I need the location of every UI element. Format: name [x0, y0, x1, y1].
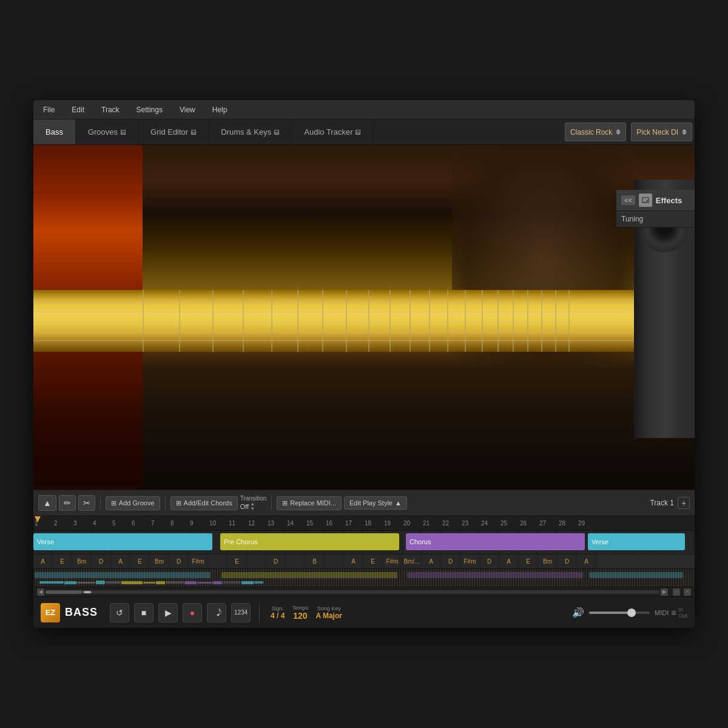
stop-button[interactable]: ■ [134, 603, 153, 622]
fret-line [271, 290, 272, 352]
menu-settings[interactable]: Settings [133, 103, 166, 116]
track-segment[interactable]: Chorus [406, 533, 585, 550]
scrollbar-thumb[interactable] [46, 590, 82, 594]
ruler-number: 24 [481, 520, 500, 527]
tab-grid-editor[interactable]: Grid Editor ⧉ [138, 120, 209, 144]
chord-cell[interactable]: F#m [189, 554, 208, 568]
scroll-left-button[interactable]: ◀ [37, 588, 44, 596]
zoom-out-button[interactable]: − [673, 588, 680, 596]
metronome-button[interactable]: 𝅘𝅥𝅮 [207, 603, 226, 622]
track-segment[interactable]: Verse [33, 533, 212, 550]
chord-cell[interactable]: A [33, 554, 53, 568]
menu-track[interactable]: Track [98, 103, 123, 116]
track-segment[interactable]: Verse [588, 533, 685, 550]
chord-cell[interactable]: A [344, 554, 363, 568]
instrument-preset-selector[interactable]: Pick Neck DI [631, 123, 692, 141]
ez-logo: EZ [41, 603, 60, 622]
fret-line [513, 290, 514, 352]
zoom-buttons: − + [672, 588, 692, 596]
guitar-string [33, 340, 695, 341]
replace-midi-button[interactable]: ⊞ Replace MIDI... [277, 496, 342, 510]
add-edit-chords-button[interactable]: ⊞ Add/Edit Chords [170, 496, 238, 510]
menu-file[interactable]: File [39, 103, 58, 116]
transport-bar: EZ BASS ↺ ■ ▶ ● 𝅘𝅥𝅮 1234 Sign. 4 / 4 Tem… [33, 596, 695, 628]
chord-cell[interactable] [208, 554, 228, 568]
time-signature: Sign. 4 / 4 [271, 605, 285, 620]
chord-cell[interactable] [325, 554, 344, 568]
track-segment[interactable]: Pre Chorus [220, 533, 399, 550]
chord-cell[interactable]: A [111, 554, 130, 568]
chord-cell[interactable]: D [441, 554, 460, 568]
scrollbar-track[interactable] [46, 590, 659, 594]
effects-panel: << Effects Tuning [616, 190, 695, 228]
effects-tuning[interactable]: Tuning [616, 211, 695, 228]
volume-icon[interactable]: 🔊 [572, 607, 584, 618]
add-track-button[interactable]: + [678, 497, 690, 509]
fret-line [179, 290, 180, 352]
tab-grooves[interactable]: Grooves ⧉ [76, 120, 138, 144]
style-preset-selector[interactable]: Classic Rock [565, 123, 626, 141]
chord-cell[interactable] [247, 554, 266, 568]
transition-down-arrow[interactable]: ▼ [250, 507, 255, 511]
time-sig-label: Sign. [271, 605, 284, 612]
add-groove-button[interactable]: ⊞ Add Groove [106, 496, 160, 510]
play-button[interactable]: ▶ [158, 603, 178, 622]
ruler-number: 19 [384, 520, 403, 527]
timeline: 1234567891011121314151617181920212223242… [33, 516, 695, 596]
chord-cell[interactable]: D [92, 554, 111, 568]
volume-slider[interactable] [589, 612, 650, 614]
chord-cell[interactable]: A [577, 554, 596, 568]
chord-cell[interactable]: D [169, 554, 189, 568]
fret-line [410, 290, 411, 352]
chord-cell[interactable]: D [266, 554, 286, 568]
chord-cell[interactable]: E [363, 554, 383, 568]
chord-cell[interactable] [286, 554, 305, 568]
tab-bar: Bass Grooves ⧉ Grid Editor ⧉ Drums & Key… [33, 120, 695, 145]
edit-play-style-button[interactable]: Edit Play Style ▲ [344, 496, 407, 510]
volume-fill [589, 612, 632, 614]
chord-cell[interactable]: Bm [150, 554, 169, 568]
chord-cell[interactable]: E [519, 554, 538, 568]
record-button[interactable]: ● [183, 603, 202, 622]
track-name: Track 1 [650, 499, 674, 507]
add-groove-grid-icon: ⊞ [111, 499, 116, 507]
tab-bass[interactable]: Bass [33, 120, 76, 144]
midi-in-out: In Out [678, 607, 687, 619]
select-tool-button[interactable]: ▲ [38, 495, 56, 511]
ruler-number: 2 [54, 520, 73, 527]
chord-cell[interactable]: Bm/... [402, 554, 422, 568]
add-chords-icon: ⊞ [176, 499, 181, 507]
ruler-number: 25 [500, 520, 520, 527]
zoom-in-button[interactable]: + [684, 588, 691, 596]
effects-back-button[interactable]: << [621, 195, 635, 205]
chord-cell[interactable]: Bm [538, 554, 558, 568]
chord-cell[interactable]: B [305, 554, 325, 568]
ruler-number: 4 [93, 520, 112, 527]
chord-cell[interactable]: A [499, 554, 519, 568]
fret-line [465, 290, 466, 352]
count-in-button[interactable]: 1234 [231, 603, 251, 622]
menu-help[interactable]: Help [209, 103, 231, 116]
chord-cell[interactable]: Bm [72, 554, 92, 568]
loop-button[interactable]: ↺ [110, 603, 129, 622]
playhead [35, 516, 41, 522]
replace-midi-icon: ⊞ [282, 499, 288, 507]
scroll-right-button[interactable]: ▶ [661, 588, 668, 596]
tempo-label: Tempo [292, 605, 308, 611]
chord-cell[interactable]: F#m [460, 554, 480, 568]
chord-cell[interactable]: E [130, 554, 150, 568]
chord-cell[interactable]: E [53, 554, 72, 568]
pencil-tool-button[interactable]: ✏ [59, 495, 76, 511]
chord-cell[interactable]: D [480, 554, 499, 568]
tab-drums-keys[interactable]: Drums & Keys ⧉ [209, 120, 292, 144]
midi-lines-icon: ≡ [671, 608, 676, 618]
menu-edit[interactable]: Edit [68, 103, 88, 116]
volume-knob[interactable] [627, 608, 636, 617]
chord-cell[interactable]: E [228, 554, 247, 568]
tab-audio-tracker[interactable]: Audio Tracker ⧉ [292, 120, 373, 144]
chord-cell[interactable]: F#m [383, 554, 402, 568]
chord-cell[interactable]: D [558, 554, 577, 568]
scissors-tool-button[interactable]: ✂ [78, 495, 95, 511]
chord-cell[interactable]: A [422, 554, 441, 568]
menu-view[interactable]: View [176, 103, 199, 116]
